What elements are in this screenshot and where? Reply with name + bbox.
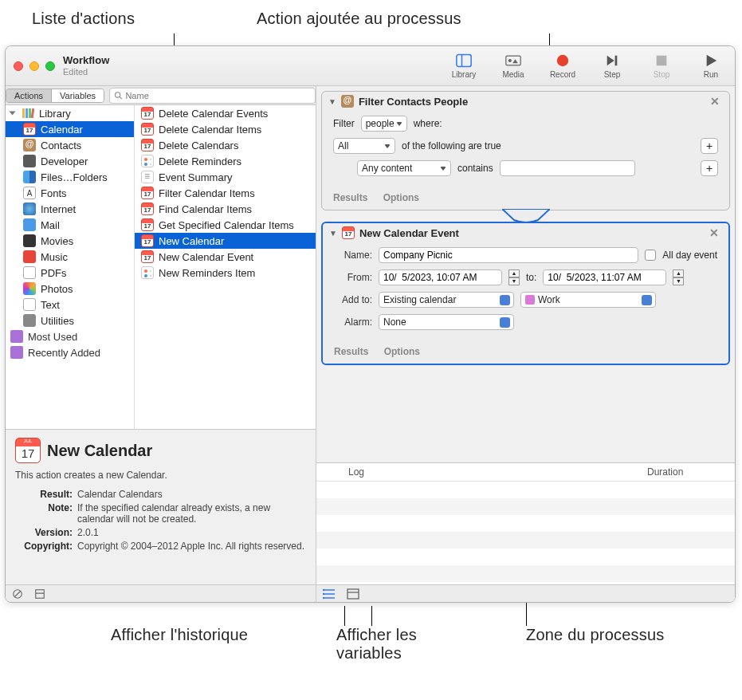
segment-variables[interactable]: Variables (52, 89, 104, 102)
action-item[interactable]: Delete Calendar Items (135, 121, 316, 137)
condition-all-popup[interactable]: All (333, 138, 395, 154)
sidebar-icon (456, 53, 472, 68)
description-toggle-icon[interactable] (34, 588, 45, 600)
duration-column[interactable]: Duration (647, 466, 735, 478)
category-item[interactable]: Internet (6, 201, 134, 217)
allday-label: All day event (662, 250, 717, 261)
category-item[interactable]: Movies (6, 233, 134, 249)
search-field[interactable] (109, 88, 316, 104)
record-toolbar-button[interactable]: Record (547, 53, 579, 79)
options-button[interactable]: Options (384, 346, 420, 357)
category-label: Fonts (41, 187, 67, 199)
maximize-button[interactable] (45, 61, 55, 71)
action-item[interactable]: New Reminders Item (135, 265, 316, 281)
category-item[interactable]: Developer (6, 153, 134, 169)
category-item[interactable]: Photos (6, 281, 134, 297)
event-name-input[interactable] (379, 247, 638, 263)
remove-action-button[interactable]: ✕ (706, 226, 722, 239)
svg-rect-2 (506, 56, 520, 65)
action-item[interactable]: New Calendar (135, 233, 316, 249)
category-item[interactable]: Calendar (6, 121, 134, 137)
step-toolbar-button[interactable]: Step (596, 53, 628, 79)
search-input[interactable] (125, 91, 311, 100)
segment-actions[interactable]: Actions (6, 89, 52, 102)
stop-toolbar-button[interactable]: Stop (646, 53, 677, 79)
smart-category-item[interactable]: Most Used (6, 328, 134, 344)
options-button[interactable]: Options (383, 192, 419, 203)
svg-point-20 (323, 588, 324, 590)
info-version: 2.0.1 (77, 527, 306, 538)
action-item[interactable]: New Calendar Event (135, 249, 316, 265)
from-input[interactable] (379, 269, 502, 285)
name-label: Name: (334, 250, 372, 261)
action-new-calendar-event[interactable]: ▼ New Calendar Event ✕ Name: All day eve… (321, 222, 730, 365)
hide-icon[interactable] (12, 588, 23, 600)
svg-point-4 (557, 54, 568, 65)
titlebar: Workflow Edited Library Media Record Ste… (6, 46, 735, 86)
close-button[interactable] (14, 61, 23, 71)
action-icon (141, 203, 154, 215)
library-toolbar-button[interactable]: Library (448, 53, 480, 79)
disclosure-icon[interactable]: ▼ (329, 229, 337, 238)
window-title-block: Workflow Edited (63, 55, 109, 76)
category-item[interactable]: PDFs (6, 265, 134, 281)
disclosure-icon[interactable]: ▼ (328, 97, 336, 106)
results-button[interactable]: Results (334, 346, 368, 357)
action-item[interactable]: Event Summary (135, 169, 316, 185)
category-list[interactable]: Library CalendarContactsDeveloperFiles…F… (6, 105, 135, 429)
category-item[interactable]: Music (6, 249, 134, 265)
smart-category-item[interactable]: Recently Added (6, 344, 134, 360)
calendar-popup[interactable]: Work (520, 292, 656, 308)
library-root[interactable]: Library (6, 105, 134, 121)
window-subtitle: Edited (63, 67, 109, 77)
category-item[interactable]: Mail (6, 217, 134, 233)
category-item[interactable]: AFonts (6, 185, 134, 201)
show-log-icon[interactable] (323, 588, 336, 600)
to-stepper[interactable]: ▲▼ (673, 269, 684, 285)
action-icon (141, 139, 154, 151)
action-item[interactable]: Delete Reminders (135, 153, 316, 169)
minimize-button[interactable] (29, 61, 39, 71)
contains-input[interactable] (500, 160, 635, 176)
info-note: If the specified calendar already exists… (77, 502, 306, 525)
log-column[interactable]: Log (316, 466, 647, 478)
run-toolbar-button[interactable]: Run (695, 53, 727, 79)
record-icon (555, 53, 571, 68)
show-variables-icon[interactable] (347, 588, 359, 600)
action-icon (141, 123, 154, 136)
remove-action-button[interactable]: ✕ (707, 95, 723, 108)
action-item[interactable]: Filter Calendar Items (135, 185, 316, 201)
action-filter-contacts[interactable]: ▼ Filter Contacts People ✕ Filter people… (321, 91, 730, 210)
internet-icon (23, 203, 36, 215)
from-stepper[interactable]: ▲▼ (508, 269, 520, 285)
category-item[interactable]: Utilities (6, 313, 134, 328)
add-rule-button[interactable]: + (701, 160, 718, 176)
field-popup[interactable]: Any content (357, 160, 451, 176)
category-item[interactable]: Files…Folders (6, 169, 134, 185)
svg-rect-23 (347, 589, 359, 599)
callout-action-added: Action ajoutée au processus (257, 10, 461, 28)
callout-workflow-area: Zone du processus (526, 626, 665, 644)
category-item[interactable]: Contacts (6, 137, 134, 153)
action-item[interactable]: Delete Calendar Events (135, 105, 316, 121)
add-condition-button[interactable]: + (701, 138, 718, 154)
finder-icon (23, 171, 36, 183)
action-list[interactable]: Delete Calendar EventsDelete Calendar It… (135, 105, 316, 429)
to-input[interactable] (543, 269, 666, 285)
category-label: Most Used (28, 331, 77, 343)
workflow-area[interactable]: ▼ Filter Contacts People ✕ Filter people… (316, 86, 735, 462)
results-button[interactable]: Results (333, 192, 367, 203)
alarm-popup[interactable]: None (379, 314, 514, 330)
svg-point-21 (323, 592, 324, 594)
allday-checkbox[interactable] (645, 250, 656, 261)
filter-popup[interactable]: people (361, 116, 407, 132)
action-item[interactable]: Find Calendar Items (135, 201, 316, 217)
media-toolbar-button[interactable]: Media (497, 53, 529, 79)
search-icon (114, 91, 123, 100)
action-item[interactable]: Delete Calendars (135, 137, 316, 153)
category-item[interactable]: Text (6, 297, 134, 313)
category-label: PDFs (41, 267, 67, 279)
pdf-icon (23, 266, 36, 279)
action-item[interactable]: Get Specified Calendar Items (135, 217, 316, 233)
addto-popup[interactable]: Existing calendar (379, 292, 514, 308)
